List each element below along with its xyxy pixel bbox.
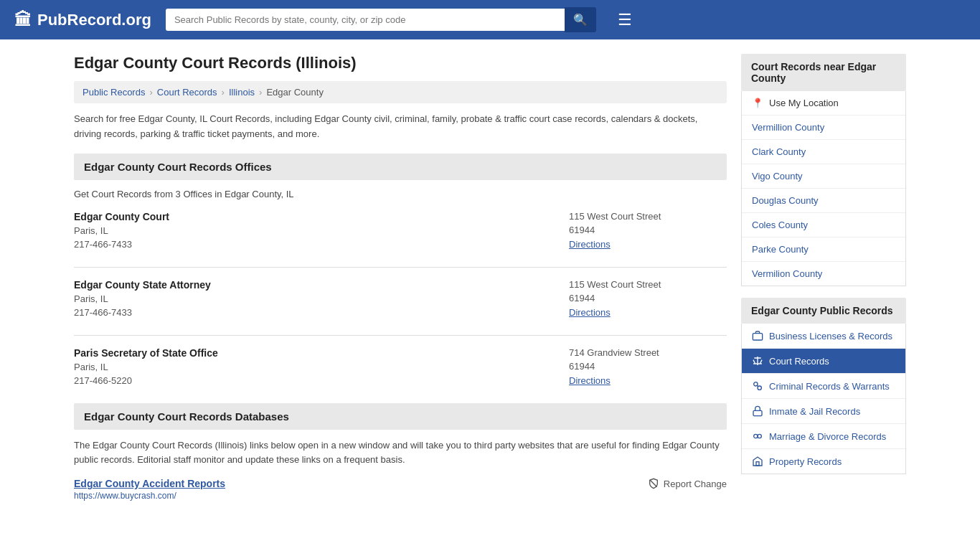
db-bottom: Edgar County Accident Reports https://ww…: [74, 478, 727, 501]
divider-1: [74, 267, 727, 268]
property-link[interactable]: Property Records: [742, 449, 905, 474]
court-records-link[interactable]: Court Records: [742, 349, 905, 373]
coles-label: Coles County: [752, 220, 808, 230]
accident-reports-link[interactable]: Edgar County Accident Reports: [74, 478, 225, 489]
breadcrumb-court-records[interactable]: Court Records: [157, 87, 217, 98]
office-zip-3: 61944: [569, 361, 727, 372]
douglas-label: Douglas County: [752, 195, 819, 206]
office-left-3: Paris Secretary of State Office Paris, I…: [74, 347, 555, 386]
vermillion-label: Vermillion County: [752, 122, 824, 133]
inmate-link[interactable]: Inmate & Jail Records: [742, 399, 905, 423]
property-icon: [752, 456, 763, 467]
db-link-area: Edgar County Accident Reports https://ww…: [74, 478, 225, 501]
sidebar-item-parke[interactable]: Parke County: [742, 237, 905, 262]
briefcase-icon: [752, 330, 763, 342]
lock-icon: [752, 405, 763, 417]
parke-link[interactable]: Parke County: [742, 237, 905, 261]
marriage-label: Marriage & Divorce Records: [769, 431, 886, 442]
svg-line-5: [757, 385, 758, 386]
office-address-2: 115 West Court Street: [569, 279, 727, 290]
svg-rect-6: [753, 410, 762, 415]
vigo-link[interactable]: Vigo County: [742, 164, 905, 188]
marriage-link[interactable]: Marriage & Divorce Records: [742, 424, 905, 448]
search-input[interactable]: [166, 9, 565, 31]
svg-rect-9: [756, 462, 759, 466]
business-link[interactable]: Business Licenses & Records: [742, 324, 905, 348]
douglas-link[interactable]: Douglas County: [742, 189, 905, 212]
logo-text: PubRecord.org: [37, 11, 151, 29]
sidebar-nearby-list: 📍 Use My Location Vermillion County Clar…: [741, 91, 906, 286]
directions-link-3[interactable]: Directions: [569, 375, 611, 386]
svg-point-3: [754, 382, 758, 386]
criminal-icon: [752, 380, 763, 392]
office-phone-3: 217-466-5220: [74, 375, 555, 386]
office-entry-1: Edgar County Court Paris, IL 217-466-743…: [74, 211, 727, 250]
vermillion-link[interactable]: Vermillion County: [742, 116, 905, 139]
office-address-3: 714 Grandview Street: [569, 347, 727, 358]
main-container: Edgar County Court Records (Illinois) Pu…: [60, 39, 920, 515]
menu-button[interactable]: ☰: [618, 11, 632, 29]
sidebar-item-inmate[interactable]: Inmate & Jail Records: [742, 399, 905, 424]
office-right-3: 714 Grandview Street 61944 Directions: [569, 347, 727, 386]
sidebar-item-business[interactable]: Business Licenses & Records: [742, 324, 905, 349]
coles-link[interactable]: Coles County: [742, 213, 905, 237]
office-name-1: Edgar County Court: [74, 211, 555, 222]
use-location-link[interactable]: 📍 Use My Location: [742, 91, 905, 115]
breadcrumb-public-records[interactable]: Public Records: [83, 87, 145, 98]
sidebar-item-vermillion[interactable]: Vermillion County: [742, 116, 905, 140]
office-phone-1: 217-466-7433: [74, 239, 555, 250]
sidebar-item-use-location[interactable]: 📍 Use My Location: [742, 91, 905, 116]
sidebar-item-criminal[interactable]: Criminal Records & Warrants: [742, 374, 905, 399]
office-city-1: Paris, IL: [74, 225, 555, 236]
hamburger-icon: ☰: [618, 11, 632, 29]
db-description: The Edgar County Court Records (Illinois…: [74, 438, 727, 468]
breadcrumb-illinois[interactable]: Illinois: [229, 87, 255, 98]
content-area: Edgar County Court Records (Illinois) Pu…: [74, 54, 727, 501]
sidebar-item-vigo[interactable]: Vigo County: [742, 164, 905, 189]
criminal-link[interactable]: Criminal Records & Warrants: [742, 374, 905, 398]
office-zip-1: 61944: [569, 225, 727, 235]
office-address-1: 115 West Court Street: [569, 211, 727, 222]
databases-section-header: Edgar County Court Records Databases: [74, 403, 727, 430]
sidebar-item-marriage[interactable]: Marriage & Divorce Records: [742, 424, 905, 449]
sidebar-public-records-list: Business Licenses & Records Court Record…: [741, 324, 906, 474]
sidebar-item-vermilion2[interactable]: Vermilion County: [742, 262, 905, 286]
offices-section-header: Edgar County Court Records Offices: [74, 154, 727, 180]
report-change-label: Report Change: [664, 479, 727, 489]
sidebar-nearby-section: Court Records near Edgar County 📍 Use My…: [741, 54, 906, 286]
office-phone-2: 217-466-7433: [74, 307, 555, 318]
vigo-label: Vigo County: [752, 171, 803, 182]
sidebar-item-coles[interactable]: Coles County: [742, 213, 905, 237]
sidebar-item-property[interactable]: Property Records: [742, 449, 905, 474]
accident-url[interactable]: https://www.buycrash.com/: [74, 491, 176, 501]
office-name-3: Paris Secretary of State Office: [74, 347, 555, 359]
search-button[interactable]: 🔍: [565, 7, 596, 32]
directions-link-1[interactable]: Directions: [569, 239, 611, 250]
scale-icon: [752, 355, 763, 367]
breadcrumb-sep-2: ›: [222, 87, 225, 98]
offices-intro: Get Court Records from 3 Offices in Edga…: [74, 189, 727, 199]
sidebar-item-court-records[interactable]: Court Records: [742, 349, 905, 374]
search-icon: 🔍: [573, 14, 588, 26]
office-city-3: Paris, IL: [74, 362, 555, 372]
logo-icon: 🏛: [14, 10, 32, 30]
sidebar-item-douglas[interactable]: Douglas County: [742, 189, 905, 213]
clark-link[interactable]: Clark County: [742, 140, 905, 164]
clark-label: Clark County: [752, 146, 806, 157]
office-name-2: Edgar County State Attorney: [74, 279, 555, 291]
office-city-2: Paris, IL: [74, 293, 555, 304]
breadcrumb-sep-1: ›: [149, 87, 152, 98]
logo[interactable]: 🏛 PubRecord.org: [14, 10, 151, 30]
vermilion2-link[interactable]: Vermilion County: [742, 262, 905, 286]
office-entry-2: Edgar County State Attorney Paris, IL 21…: [74, 279, 727, 318]
sidebar-item-clark[interactable]: Clark County: [742, 140, 905, 164]
office-right-1: 115 West Court Street 61944 Directions: [569, 211, 727, 250]
pin-icon: 📍: [752, 98, 763, 108]
report-change[interactable]: Report Change: [648, 478, 727, 489]
office-left-2: Edgar County State Attorney Paris, IL 21…: [74, 279, 555, 318]
sidebar-public-records-header: Edgar County Public Records: [741, 298, 906, 324]
directions-link-2[interactable]: Directions: [569, 307, 611, 318]
svg-point-7: [754, 434, 758, 438]
site-header: 🏛 PubRecord.org 🔍 ☰: [0, 0, 980, 39]
use-location-label: Use My Location: [769, 98, 839, 108]
